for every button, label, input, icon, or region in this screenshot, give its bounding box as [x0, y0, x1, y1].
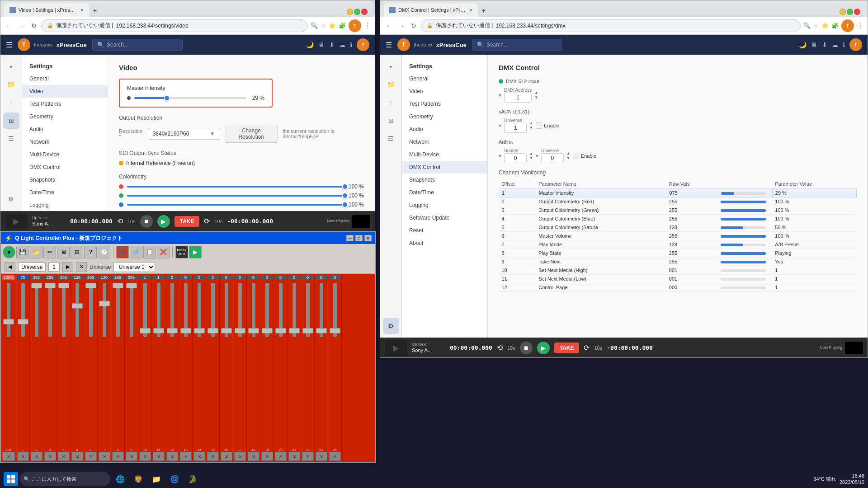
qlc-edit-btn[interactable]: ✏ [43, 246, 56, 258]
sidebar-item-dmxcontrol[interactable]: DMX Control [22, 161, 108, 174]
artnet-subnet-up[interactable]: ▲ [529, 151, 533, 155]
green-slider-track[interactable] [127, 195, 345, 197]
qlc-delete-btn[interactable]: ❌ [157, 246, 170, 258]
channel-track-17[interactable] [238, 283, 242, 337]
right-play-btn[interactable]: ▶ [537, 342, 550, 354]
channel-track-1[interactable] [21, 283, 25, 337]
fader-delete-btn-9[interactable]: ✕ [126, 452, 137, 461]
artnet-subnet-down[interactable]: ▼ [529, 156, 533, 160]
artnet-subnet-input[interactable]: 0 [504, 153, 527, 163]
right-minimize-btn[interactable] [840, 9, 846, 15]
right-sidebar-item-testpatterns[interactable]: Test Patterns [402, 98, 487, 110]
channel-knob-22[interactable] [302, 328, 313, 333]
dmx512-address-input[interactable]: 1 [504, 93, 532, 103]
right-sidebar-item-video[interactable]: Video [402, 85, 487, 98]
fader-delete-btn-17[interactable]: ✕ [234, 452, 246, 461]
qlc-next-btn[interactable]: ▶ [62, 262, 73, 272]
blue-slider-thumb[interactable] [342, 202, 348, 208]
right-lp-list-icon[interactable]: ☰ [383, 131, 399, 147]
right-sidebar-item-dmxcontrol[interactable]: DMX Control [402, 161, 487, 174]
fader-delete-btn-16[interactable]: ✕ [221, 452, 232, 461]
qlc-grid-btn[interactable]: ⊞ [71, 246, 83, 258]
right-browser-tab[interactable]: DMX Control | Settings | xPress C... ✕ [384, 3, 478, 17]
new-tab-btn[interactable]: + [90, 6, 99, 16]
channel-track-24[interactable] [333, 283, 337, 337]
resolution-select[interactable]: 3840x2160P60 ▼ [148, 128, 220, 140]
channel-track-7[interactable] [103, 283, 106, 337]
channel-track-23[interactable] [320, 283, 323, 337]
right-sidebar-item-geometry[interactable]: Geometry [402, 110, 487, 123]
qlc-add-btn[interactable]: ➕ [116, 246, 129, 258]
right-sidebar-item-snapshots[interactable]: Snapshots [402, 174, 487, 186]
channel-track-8[interactable] [116, 283, 120, 337]
download-icon[interactable]: ⬇ [329, 41, 335, 48]
channel-knob-8[interactable] [113, 283, 123, 288]
channel-knob-12[interactable] [167, 328, 178, 333]
fader-delete-btn-10[interactable]: ✕ [139, 452, 151, 461]
sidebar-item-network[interactable]: Network [22, 136, 108, 148]
right-hamburger-icon[interactable]: ☰ [386, 41, 392, 49]
sacn-down-arrow[interactable]: ▼ [529, 126, 533, 130]
lp-media-icon[interactable]: ▪ [3, 58, 19, 75]
qlc-del-btn[interactable]: ✕ [76, 262, 87, 272]
channel-track-16[interactable] [225, 283, 228, 337]
right-monitor-icon[interactable]: 🖥 [811, 41, 817, 48]
menu-icon[interactable]: ⋮ [364, 21, 371, 30]
qlc-save-btn[interactable]: 💾 [16, 246, 29, 258]
sidebar-item-general[interactable]: General [22, 72, 108, 85]
right-stop-btn[interactable]: ⏹ [520, 342, 533, 354]
right-sidebar-item-audio[interactable]: Audio [402, 123, 487, 136]
master-fader-knob[interactable] [3, 319, 14, 324]
channel-knob-7[interactable] [99, 301, 110, 306]
master-fader-track[interactable] [7, 283, 10, 337]
sacn-universe-input[interactable]: 1 [504, 123, 527, 133]
channel-track-11[interactable] [157, 283, 160, 337]
right-download-icon[interactable]: ⬇ [822, 41, 827, 48]
fader-delete-btn-8[interactable]: ✕ [112, 452, 124, 461]
qlc-blackout-btn[interactable]: Black Out [175, 246, 188, 258]
blue-slider-track[interactable] [127, 204, 345, 206]
address-input[interactable]: 🔒 保護されていない通信 | 192.168.233.44/settings/v… [41, 19, 308, 32]
fader-delete-btn-23[interactable]: ✕ [316, 452, 327, 461]
fader-delete-btn-1[interactable]: ✕ [17, 452, 29, 461]
channel-track-12[interactable] [170, 283, 174, 337]
right-sidebar-item-reset[interactable]: Reset [402, 224, 487, 237]
channel-knob-15[interactable] [208, 328, 218, 333]
monitor-icon[interactable]: 🖥 [318, 41, 325, 48]
right-sidebar-item-multidevice[interactable]: Multi-Device [402, 148, 487, 161]
app-user-avatar[interactable]: T [357, 38, 369, 51]
channel-track-10[interactable] [143, 283, 147, 337]
red-slider-thumb[interactable] [342, 183, 348, 190]
qlc-monitor-btn[interactable]: 🖥 [57, 246, 70, 258]
channel-knob-11[interactable] [153, 328, 164, 333]
forward-btn[interactable]: → [17, 20, 27, 31]
fader-delete-btn-7[interactable]: ✕ [99, 452, 110, 461]
channel-track-6[interactable] [89, 283, 93, 337]
channel-knob-9[interactable] [126, 283, 137, 288]
right-app-user-avatar[interactable]: T [849, 38, 862, 51]
sidebar-item-geometry[interactable]: Geometry [22, 110, 108, 123]
universe-select[interactable]: Universe 1 [113, 262, 155, 272]
sacn-chevron-down[interactable]: ▾ [499, 122, 501, 129]
theme-icon[interactable]: 🌙 [306, 41, 314, 48]
fader-delete-btn-15[interactable]: ✕ [207, 452, 219, 461]
fader-delete-btn-20[interactable]: ✕ [275, 452, 287, 461]
artnet-universe-down[interactable]: ▼ [566, 156, 570, 160]
artnet-chevron-down[interactable]: ▾ [499, 153, 501, 159]
channel-track-14[interactable] [198, 283, 201, 337]
sidebar-item-datetime[interactable]: Date/Time [22, 186, 108, 199]
artnet-chevron2[interactable]: ▾ [536, 153, 538, 159]
channel-knob-10[interactable] [140, 328, 151, 333]
qlc-play-btn[interactable]: ▶ [189, 246, 202, 258]
fader-delete-btn-11[interactable]: ✕ [153, 452, 165, 461]
channel-knob-14[interactable] [194, 328, 205, 333]
channel-knob-20[interactable] [275, 328, 286, 333]
lp-list-icon[interactable]: ☰ [3, 131, 19, 147]
fader-delete-btn-5[interactable]: ✕ [71, 452, 83, 461]
right-close-btn[interactable] [854, 9, 860, 15]
sacn-enable-checkbox[interactable] [536, 122, 542, 129]
fader-delete-btn-19[interactable]: ✕ [261, 452, 273, 461]
channel-knob-17[interactable] [235, 328, 245, 333]
qlc-open-btn[interactable]: 📂 [30, 246, 42, 258]
play-btn[interactable]: ▶ [157, 215, 170, 228]
